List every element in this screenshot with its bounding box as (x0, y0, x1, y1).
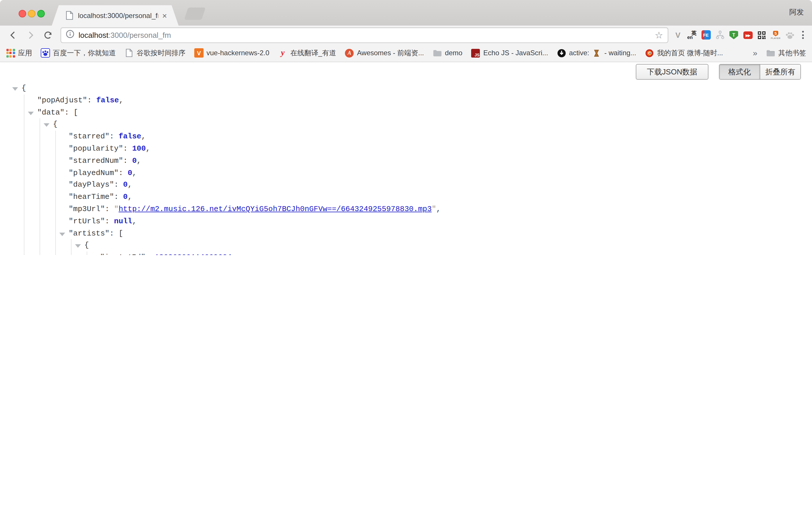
other-bookmarks-label: 其他书签 (778, 48, 806, 58)
browser-window: localhost:3000/personal_fm × 阿发 localhos… (0, 0, 812, 255)
overflow-menu-icon[interactable] (800, 31, 806, 39)
tab-title: localhost:3000/personal_fm (78, 11, 158, 20)
page-icon (124, 48, 134, 58)
minimize-window-button[interactable] (28, 10, 35, 18)
extension-icons: V英enFET▶▶5PLAYER (673, 30, 794, 40)
format-button[interactable]: 格式化 (720, 64, 760, 79)
tampermonkey-icon: T (729, 30, 738, 39)
zoom-window-button[interactable] (37, 10, 45, 18)
bookmark-label: active: (569, 49, 589, 57)
bookmark-item[interactable]: y在线翻译_有道 (278, 48, 336, 58)
paw-icon[interactable] (785, 30, 794, 40)
bookmark-item[interactable]: Vvue-hackernews-2.0 (194, 48, 269, 58)
tab-strip: localhost:3000/personal_fm × 阿发 (0, 0, 812, 26)
fast-forward-icon[interactable]: ▶▶ (743, 30, 753, 40)
fe-helper-icon: FE (701, 30, 710, 39)
collapse-toggle-icon[interactable] (44, 124, 50, 127)
awesomes-a-icon: A (345, 48, 354, 58)
json-line: "mp3Url": "http://m2.music.126.net/ivMcQ… (69, 204, 490, 216)
json-line: "starredNum": 0, (69, 155, 490, 168)
bookmark-label: vue-hackernews-2.0 (206, 49, 269, 57)
weibo-eye-icon (645, 48, 654, 58)
close-window-button[interactable] (19, 10, 26, 18)
bookmarks-bar: 应用百度一下，你就知道谷歌按时间排序Vvue-hackernews-2.0y在线… (0, 44, 812, 62)
bookmark-item[interactable]: demo (433, 48, 462, 58)
fe-helper-icon[interactable]: FE (701, 30, 711, 40)
youdao-y-icon: y (278, 48, 287, 58)
bookmark-item[interactable]: 百度一下，你就知道 (41, 48, 116, 58)
download-circle-icon (557, 48, 566, 58)
bookmark-item[interactable]: 应用 (6, 48, 32, 58)
bookmark-item[interactable]: JSEcho JS - JavaScri... (471, 48, 548, 58)
collapse-all-button[interactable]: 折叠所有 (760, 64, 801, 79)
sitemap-icon (715, 30, 724, 39)
json-line: { (53, 119, 490, 131)
apps-grid-icon (6, 48, 15, 58)
bookmark-item[interactable]: 谷歌按时间排序 (124, 48, 185, 58)
collapse-toggle-icon[interactable] (28, 111, 34, 115)
json-line: "data": [ (37, 107, 490, 119)
translate-icon[interactable]: 英en (687, 30, 697, 40)
collapse-toggle-icon[interactable] (12, 87, 18, 91)
vue-devtools-icon: V (673, 30, 683, 39)
collapse-toggle-icon[interactable] (75, 244, 81, 248)
json-url-link[interactable]: http://m2.music.126.net/ivMcQYiG5oh7BCJh… (119, 205, 432, 213)
html5-player-icon: 5PLAYER (771, 30, 780, 39)
bookmark-label: 百度一下，你就知道 (53, 48, 116, 58)
star-icon[interactable]: ☆ (655, 29, 663, 40)
json-line: "popularity": 100, (69, 143, 490, 155)
toolbar: localhost:3000/personal_fm ☆ V英enFET▶▶5P… (0, 26, 812, 44)
vue-v-icon: V (194, 48, 204, 58)
json-line: "playedNum": 0, (69, 167, 490, 179)
bookmark-label: 我的首页 微博-随时... (657, 48, 723, 58)
view-mode-segmented-control: 格式化 折叠所有 (719, 64, 801, 80)
json-line: "img1v1Id": 18686200114669624, (100, 252, 490, 255)
other-bookmarks-folder[interactable]: 其他书签 (766, 48, 806, 58)
bookmark-label: demo (445, 49, 462, 57)
bookmark-label: Echo JS - JavaScri... (483, 49, 548, 57)
reload-icon[interactable] (41, 28, 55, 42)
info-icon[interactable] (66, 29, 75, 40)
download-json-button[interactable]: 下载JSON数据 (636, 64, 708, 80)
bookmark-label: 应用 (18, 48, 32, 58)
translate-icon: 英en (687, 30, 697, 39)
collapse-toggle-icon[interactable] (59, 232, 65, 236)
page-favicon-icon (64, 11, 74, 20)
browser-tab[interactable]: localhost:3000/personal_fm × (52, 5, 179, 26)
bookmark-label: Awesomes - 前端资... (357, 48, 424, 58)
json-line: "rtUrls": null, (69, 216, 490, 228)
json-line: "artists": [ (69, 228, 490, 240)
forward-arrow-icon[interactable] (23, 28, 37, 42)
bookmark-item[interactable]: 我的首页 微博-随时... (645, 48, 723, 58)
json-viewer: {"popAdjust": false,"data": [{"starred":… (0, 83, 490, 255)
json-line: "popAdjust": false, (37, 95, 490, 107)
json-line: "hearTime": 0, (69, 191, 490, 204)
url-address-bar[interactable]: localhost:3000/personal_fm ☆ (60, 27, 668, 43)
json-line: { (84, 240, 490, 252)
folder-icon (433, 48, 442, 58)
url-text: localhost:3000/personal_fm (79, 31, 650, 39)
tampermonkey-icon[interactable]: T (729, 30, 739, 40)
html5-player-icon[interactable]: 5PLAYER (771, 30, 781, 40)
folder-icon (766, 48, 775, 58)
bookmark-label: 在线翻译_有道 (290, 48, 336, 58)
json-line: { (22, 83, 490, 95)
page-content: 下载JSON数据 格式化 折叠所有 {"popAdjust": false,"d… (0, 62, 812, 255)
fast-forward-icon: ▶▶ (743, 30, 752, 39)
bookmark-item[interactable]: active:- waiting... (557, 48, 636, 58)
new-tab-button[interactable] (184, 7, 206, 20)
hourglass-icon (592, 48, 602, 58)
bookmarks-overflow-icon[interactable]: » (753, 48, 757, 58)
qr-code-icon (757, 30, 766, 39)
qr-code-icon[interactable] (757, 30, 766, 40)
profile-name[interactable]: 阿发 (789, 7, 804, 18)
json-line: "dayPlays": 0, (69, 179, 490, 191)
sitemap-icon[interactable] (715, 30, 725, 40)
json-line: "starred": false, (69, 131, 490, 143)
paw-icon (785, 30, 794, 39)
tab-close-icon[interactable]: × (162, 11, 167, 20)
bookmark-item[interactable]: AAwesomes - 前端资... (345, 48, 424, 58)
back-arrow-icon[interactable] (6, 28, 20, 42)
bookmark-label: - waiting... (604, 49, 636, 57)
vue-devtools-icon[interactable]: V (673, 30, 683, 40)
